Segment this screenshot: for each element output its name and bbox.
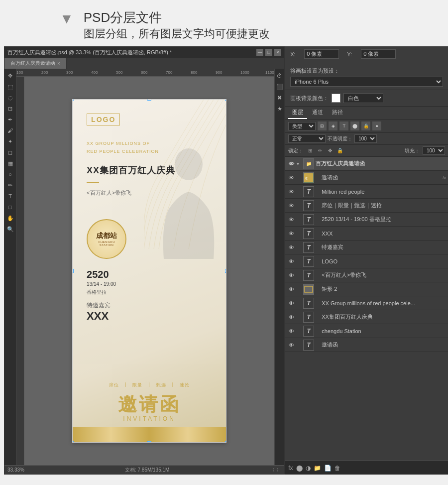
lock-row: 锁定： ⊞ ✏ ✥ 🔒 填充： 100% [285, 145, 448, 157]
layer-eye-3[interactable]: 👁 [287, 216, 295, 224]
filter-icon-btn4[interactable]: ⬤ [350, 121, 359, 130]
tab-paths[interactable]: 路径 [328, 107, 347, 119]
filter-icon-btn5[interactable]: 🔒 [361, 121, 370, 130]
layer-eye-4[interactable]: 👁 [287, 230, 295, 238]
layer-row-2[interactable]: 👁 T 席位｜限量｜甄选｜速抢 [285, 199, 448, 213]
brush-tool[interactable]: 🖌 [5, 125, 15, 135]
tab-layers[interactable]: 图层 [288, 107, 307, 119]
layer-row-10[interactable]: 👁 T chengdu Station [285, 324, 448, 338]
layer-row-yqh[interactable]: 👁 邀 邀请函 fx [285, 171, 448, 185]
ps-titlebar: 百万红人庆典邀请函.psd @ 33.3% (百万红人庆典邀请函, RGB/8#… [4, 47, 284, 58]
preset-dropdown[interactable]: iPhone 6 Plus [290, 77, 443, 87]
lock-all-btn[interactable]: 🔒 [336, 147, 344, 155]
handle-middle-left[interactable] [72, 269, 74, 273]
layer-eye-7[interactable]: 👁 [287, 271, 295, 279]
layers-filter-dropdown[interactable]: 类型 [288, 122, 316, 130]
history-icon[interactable]: ⏱ [275, 71, 285, 81]
card-tag-limit: 限量 [132, 382, 142, 388]
selection-tool[interactable]: ⬚ [5, 82, 15, 92]
crop-tool[interactable]: ⊡ [5, 104, 15, 114]
layer-eye-11[interactable]: 👁 [287, 341, 295, 349]
handle-top-left[interactable] [72, 99, 74, 101]
layer-row-11[interactable]: 👁 T 邀请函 [285, 338, 448, 352]
layer-eye-0[interactable]: 👁 [287, 174, 295, 182]
delete-layer-button[interactable]: 🗑 [335, 465, 340, 472]
layer-eye-8[interactable]: 👁 [287, 299, 295, 307]
layer-eye-5[interactable]: 👁 [287, 243, 295, 251]
coords-panel: X: 0 像素 Y: 0 像素 [285, 46, 448, 64]
filter-icon-btn2[interactable]: ◈ [329, 121, 337, 130]
filter-icon-btn1[interactable]: ⊞ [318, 121, 327, 130]
layer-expand-arrow[interactable]: ▾ [297, 161, 302, 166]
gradient-tool[interactable]: ▦ [5, 158, 15, 168]
x-value: 0 像素 [304, 49, 339, 59]
layer-eye-10[interactable]: 👁 [287, 327, 295, 335]
ps-ruler-vertical [16, 77, 24, 465]
ps-nav-arrows[interactable]: 〈 〉 [270, 467, 281, 474]
new-layer-button[interactable]: 📄 [324, 465, 332, 472]
ps-status-bar: 33.33% 文档: 7.85M/135.1M 〈 〉 [4, 465, 284, 474]
dodge-tool[interactable]: ○ [5, 169, 15, 179]
layer-row-rect[interactable]: 👁 矩形 2 [285, 282, 448, 296]
handle-middle-right[interactable] [225, 269, 226, 273]
lock-pixels-btn[interactable]: ✏ [316, 147, 324, 155]
text-tool[interactable]: T [5, 191, 15, 201]
blend-mode-dropdown[interactable]: 正常 [288, 134, 326, 143]
layer-eye-2[interactable]: 👁 [287, 202, 295, 210]
layer-name-11: 邀请函 [316, 341, 446, 349]
layer-name-6: LOGO [316, 258, 446, 264]
ps-document-size: 文档: 7.85M/135.1M [125, 467, 169, 474]
opacity-dropdown[interactable]: 100% [354, 134, 377, 143]
layer-thumb-10: T [303, 326, 314, 337]
minimize-button[interactable]: — [256, 49, 263, 56]
new-adjustment-button[interactable]: ◑ [306, 465, 311, 472]
fill-dropdown[interactable]: 100% [423, 146, 445, 155]
maximize-button[interactable]: □ [265, 49, 272, 56]
new-group-button[interactable]: 📁 [314, 465, 321, 472]
layer-row-6[interactable]: 👁 T LOGO [285, 254, 448, 268]
lock-move-btn[interactable]: ✥ [326, 147, 334, 155]
swatches-icon[interactable]: ⬛ [275, 82, 285, 92]
filter-icon-btn3[interactable]: T [339, 121, 348, 130]
layer-thumb-4: T [303, 228, 314, 239]
ps-tab-close[interactable]: × [57, 61, 60, 66]
bg-color-swatch[interactable] [332, 94, 340, 103]
clone-tool[interactable]: ✦ [5, 136, 15, 146]
layer-eye-6[interactable]: 👁 [287, 257, 295, 265]
layer-eye-1[interactable]: 👁 [287, 188, 295, 196]
pen-tool[interactable]: ✏ [5, 180, 15, 190]
style-icon[interactable]: ★ [275, 104, 285, 114]
tab-channels[interactable]: 通道 [308, 107, 327, 119]
card-number: 2520 [87, 269, 109, 280]
fx-button[interactable]: fx [288, 465, 293, 472]
layer-row-9[interactable]: 👁 T XX集团百万红人庆典 [285, 310, 448, 324]
bg-color-dropdown[interactable]: 白色 [343, 93, 383, 103]
layer-row-1[interactable]: 👁 T Million red people [285, 185, 448, 199]
layer-row-5[interactable]: 👁 T 特邀嘉宾 [285, 241, 448, 254]
new-fill-layer-button[interactable]: ⬤ [296, 465, 303, 472]
lasso-tool[interactable]: ◌ [5, 93, 15, 103]
shape-tool[interactable]: □ [5, 202, 15, 212]
layer-eye-rect[interactable]: 👁 [287, 285, 295, 293]
layer-eye-9[interactable]: 👁 [287, 313, 295, 321]
move-tool[interactable]: ✥ [5, 71, 15, 81]
ps-active-tab[interactable]: 百万红人庆典邀请函 × [4, 58, 67, 69]
adjust-icon[interactable]: ✖ [275, 93, 285, 103]
ps-canvas[interactable]: LOGO XX GROUP MILLIONS OF RED PEOPLE CEL… [24, 77, 274, 465]
zoom-tool[interactable]: 🔍 [5, 224, 15, 234]
layer-row-3[interactable]: 👁 T 2520 13/14 - 19:00 香格里拉 [285, 213, 448, 227]
layer-name-9: XX集团百万红人庆典 [316, 313, 446, 321]
filter-icon-btn6[interactable]: ● [372, 121, 381, 130]
card-subtitle: <百万红人>带你飞 [87, 189, 131, 197]
layer-row-8[interactable]: 👁 T XX Group millions of red people cele… [285, 296, 448, 310]
layer-eye-group[interactable]: 👁 [287, 160, 295, 168]
eyedropper-tool[interactable]: ✒ [5, 115, 15, 124]
eraser-tool[interactable]: ◻ [5, 147, 15, 157]
close-button[interactable]: × [274, 49, 281, 56]
layer-thumb-11: T [303, 340, 314, 351]
layer-row-4[interactable]: 👁 T XXX [285, 227, 448, 241]
layer-group-header[interactable]: 👁 ▾ 📁 百万红人庆典邀请函 [285, 157, 448, 171]
lock-position-btn[interactable]: ⊞ [306, 147, 314, 155]
hand-tool[interactable]: ✋ [5, 213, 15, 223]
layer-row-7[interactable]: 👁 T <百万红人>带你飞 [285, 268, 448, 282]
